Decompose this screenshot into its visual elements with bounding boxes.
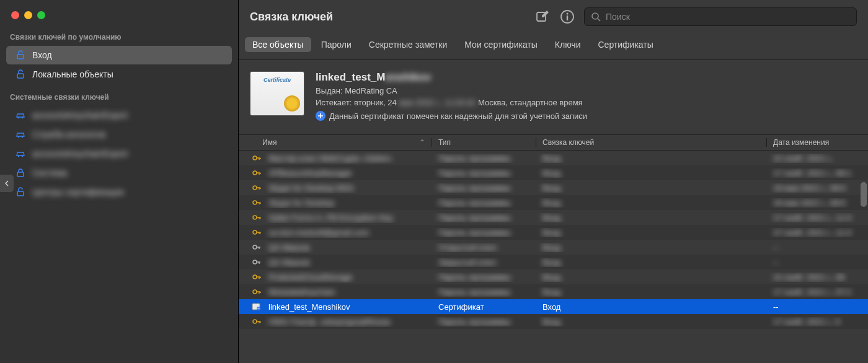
row-type: Пароль программы bbox=[438, 154, 511, 163]
row-date: 19 мая 2022 г., 09:0 bbox=[773, 183, 846, 193]
close-window[interactable] bbox=[11, 11, 19, 19]
row-date: 22 нояб. 2021 г., bbox=[773, 154, 833, 163]
sidebar-item[interactable]: Вход bbox=[6, 46, 232, 64]
table-row[interactable]: MetadataKeychainПароль программыВход17 н… bbox=[239, 284, 868, 299]
key-icon bbox=[251, 182, 262, 193]
table-row[interactable]: sa-test-medsoft@gmail.comПароль программ… bbox=[239, 225, 868, 240]
row-name: QA Иванов bbox=[268, 243, 309, 252]
row-date: 17 нояб. 2021 г., 08:1 bbox=[773, 168, 851, 178]
sidebar-item-label: Локальные объекты bbox=[32, 69, 113, 79]
svg-point-6 bbox=[18, 155, 20, 157]
svg-point-17 bbox=[253, 186, 257, 190]
info-icon[interactable] bbox=[559, 9, 575, 25]
key-icon bbox=[251, 227, 262, 238]
table-row[interactable]: XPBeaconKeyManagerПароль программыВход17… bbox=[239, 165, 868, 180]
table-row[interactable]: QA ИвановЗакрытый ключВход-- bbox=[239, 255, 868, 269]
sidebar-item[interactable]: Центры сертификации bbox=[6, 183, 232, 201]
sidebar-item[interactable]: Служба каталогов bbox=[6, 125, 232, 144]
svg-rect-0 bbox=[17, 55, 24, 59]
table-row[interactable]: Мастер-ключ WebCrypto «Safari»Пароль про… bbox=[239, 151, 868, 165]
col-modified[interactable]: Дата изменения bbox=[767, 138, 868, 147]
svg-point-24 bbox=[253, 290, 257, 294]
certificate-detail: linked_test_Menshikov Выдан: MedRating C… bbox=[239, 60, 868, 134]
key-icon bbox=[251, 197, 262, 208]
row-keychain: Вход bbox=[542, 302, 560, 312]
svg-point-22 bbox=[253, 260, 257, 264]
tab[interactable]: Мои сертификаты bbox=[457, 37, 545, 52]
svg-point-12 bbox=[567, 13, 569, 15]
zoom-window[interactable] bbox=[37, 11, 45, 19]
lock-open-icon bbox=[15, 69, 26, 80]
row-name: linked_test_Menshikov bbox=[268, 302, 350, 312]
row-keychain: Вход bbox=[542, 287, 560, 297]
compose-icon[interactable] bbox=[534, 9, 551, 25]
search-input[interactable] bbox=[606, 12, 850, 22]
sidebar-item-label: Вход bbox=[32, 50, 52, 60]
tab[interactable]: Секретные заметки bbox=[361, 37, 455, 52]
row-type: Пароль программы bbox=[438, 317, 511, 326]
svg-point-19 bbox=[253, 216, 257, 219]
tab[interactable]: Ключи bbox=[547, 37, 588, 52]
row-keychain: Вход bbox=[542, 243, 560, 252]
row-date: -- bbox=[773, 302, 779, 312]
table-row[interactable]: ProtectedCloudStorageПароль программыВхо… bbox=[239, 269, 868, 284]
sidebar-item-label: Центры сертификации bbox=[32, 187, 124, 197]
svg-point-21 bbox=[253, 245, 257, 249]
key-icon bbox=[251, 212, 262, 223]
search-icon bbox=[591, 12, 601, 22]
tab[interactable]: Сертификаты bbox=[590, 37, 660, 52]
key-icon bbox=[251, 167, 262, 178]
row-type: Пароль программы bbox=[438, 287, 511, 297]
row-date: 17 нояб. 2021 г., 11:3 bbox=[773, 213, 851, 222]
minimize-window[interactable] bbox=[24, 11, 32, 19]
row-keychain: Вход bbox=[542, 168, 560, 178]
table-row[interactable]: Skype for Desktop MSAПароль программыВхо… bbox=[239, 180, 868, 195]
table-row[interactable]: Skype for DesktopПароль программыВход19 … bbox=[239, 195, 868, 210]
row-type: Пароль программы bbox=[438, 213, 511, 222]
scrollbar[interactable] bbox=[861, 182, 867, 207]
car-icon bbox=[15, 148, 26, 159]
table-row[interactable]: HWG Платф. unkeying/saltReseaПароль прог… bbox=[239, 314, 868, 329]
table-row[interactable]: linked_test_MenshikovСертификатВход-- bbox=[239, 299, 868, 314]
cert-icon bbox=[251, 301, 262, 312]
sidebar-collapse[interactable] bbox=[0, 175, 14, 192]
row-name: Skype for Desktop bbox=[268, 198, 334, 208]
table-header: Имя ⌃ Тип Связка ключей Дата изменения bbox=[239, 134, 868, 151]
col-name[interactable]: Имя ⌃ bbox=[239, 138, 432, 147]
cert-name: linked_test_Menshikov bbox=[316, 71, 587, 84]
tab[interactable]: Пароли bbox=[314, 37, 359, 52]
key-icon bbox=[251, 286, 262, 297]
svg-point-15 bbox=[253, 156, 257, 160]
row-date: 27 нояб. 2021 г., 11:3 bbox=[773, 228, 851, 237]
sidebar-item-label: Система bbox=[32, 168, 67, 178]
row-date: 22 нояб. 2021 г., 09 bbox=[773, 273, 844, 282]
table-row[interactable]: Safari Forms A..FB Encryption KeyПароль … bbox=[239, 210, 868, 225]
row-type: Пароль программы bbox=[438, 198, 511, 208]
cert-issuer: Выдан: MedRating CA bbox=[316, 86, 587, 95]
main-panel: Связка ключей Все объектыПаролиСекретные… bbox=[239, 0, 868, 363]
key-icon bbox=[251, 316, 262, 327]
row-name: Мастер-ключ WebCrypto «Safari» bbox=[268, 154, 392, 163]
row-type: Закрытый ключ bbox=[438, 258, 496, 267]
row-name: XPBeaconKeyManager bbox=[268, 168, 352, 178]
row-date: -- bbox=[773, 258, 779, 267]
col-type[interactable]: Тип bbox=[432, 138, 536, 147]
lock-open-icon bbox=[15, 186, 26, 198]
row-type: Пароль программы bbox=[438, 183, 511, 193]
trust-badge-icon bbox=[316, 111, 326, 121]
row-name: Skype for Desktop MSA bbox=[268, 183, 354, 193]
sidebar-item-label: Служба каталогов bbox=[32, 129, 105, 139]
svg-point-3 bbox=[22, 117, 24, 119]
row-keychain: Вход bbox=[542, 198, 560, 208]
sidebar-item[interactable]: Локальные объекты bbox=[6, 65, 232, 84]
col-keychain[interactable]: Связка ключей bbox=[536, 138, 767, 147]
svg-rect-13 bbox=[567, 15, 568, 20]
search-field[interactable] bbox=[584, 7, 857, 26]
sidebar-item[interactable]: accountsKeychainExport bbox=[6, 106, 232, 125]
row-name: ProtectedCloudStorage bbox=[268, 273, 352, 282]
table-row[interactable]: QA ИвановОткрытый ключВход-- bbox=[239, 240, 868, 255]
svg-point-27 bbox=[253, 320, 257, 323]
sidebar-item[interactable]: accountsKeychainExport bbox=[6, 144, 232, 163]
tab[interactable]: Все объекты bbox=[245, 37, 311, 52]
sidebar-item[interactable]: Система bbox=[6, 164, 232, 182]
